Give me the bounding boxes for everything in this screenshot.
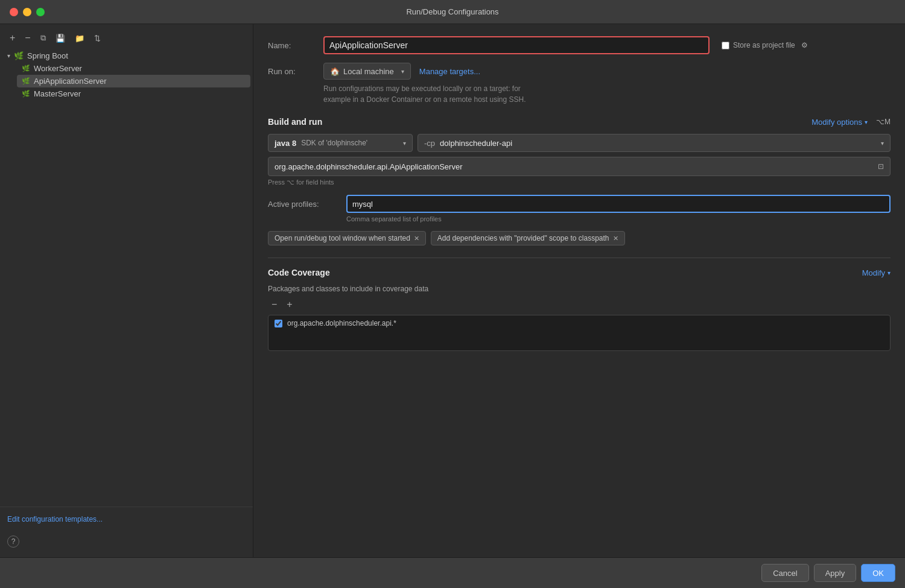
profiles-row: Active profiles: bbox=[268, 195, 891, 213]
dropdown-chevron-icon: ▾ bbox=[888, 270, 891, 276]
local-machine-label: Local machine bbox=[343, 67, 394, 76]
modify-options-shortcut: ⌥M bbox=[876, 118, 891, 126]
java-sdk-detail: SDK of 'dolphinsche' bbox=[301, 139, 367, 147]
java-sdk-label: java 8 bbox=[275, 139, 296, 148]
coverage-add-button[interactable]: + bbox=[283, 298, 296, 311]
coverage-toolbar: − + bbox=[268, 298, 891, 311]
minimize-button[interactable] bbox=[23, 8, 31, 16]
spring-item-icon: 🌿 bbox=[22, 77, 30, 85]
tree-children: 🌿 WorkerServer 🌿 ApiApplicationServer 🌿 … bbox=[2, 62, 250, 100]
profiles-label: Active profiles: bbox=[268, 200, 346, 209]
name-row: Name: Store as project file ⚙ bbox=[268, 36, 891, 54]
field-hint: Press ⌥ for field hints bbox=[268, 179, 891, 186]
tag-label: Add dependencies with "provided" scope t… bbox=[437, 234, 609, 242]
store-project-label: Store as project file bbox=[733, 41, 795, 49]
tree-item-worker-server[interactable]: 🌿 WorkerServer bbox=[17, 62, 250, 75]
coverage-section: Code Coverage Modify ▾ Packages and clas… bbox=[268, 268, 891, 351]
store-project-checkbox[interactable] bbox=[722, 42, 729, 49]
remove-config-button[interactable]: − bbox=[22, 31, 33, 45]
tree-section: ▾ 🌿 Spring Boot 🌿 WorkerServer 🌿 ApiAppl… bbox=[0, 49, 253, 507]
cancel-button[interactable]: Cancel bbox=[761, 564, 808, 582]
store-project-gear-icon: ⚙ bbox=[801, 41, 808, 49]
tree-item-master-server[interactable]: 🌿 MasterServer bbox=[17, 87, 250, 100]
close-button[interactable] bbox=[10, 8, 18, 16]
tree-item-api-server[interactable]: 🌿 ApiApplicationServer bbox=[17, 75, 250, 87]
sidebar: + − ⧉ 💾 📁 ⇅ ▾ 🌿 Spring Boot 🌿 WorkerServ… bbox=[0, 24, 253, 557]
tag-dependencies: Add dependencies with "provided" scope t… bbox=[431, 231, 625, 245]
tree-group-spring-boot[interactable]: ▾ 🌿 Spring Boot bbox=[2, 49, 250, 62]
name-label: Name: bbox=[268, 41, 316, 50]
coverage-item-checkbox[interactable] bbox=[275, 320, 282, 327]
build-run-section: Build and run Modify options ▾ ⌥M java 8… bbox=[268, 117, 891, 245]
sidebar-bottom: ? bbox=[0, 531, 253, 552]
edit-templates-link[interactable]: Edit configuration templates... bbox=[7, 515, 103, 523]
spring-boot-icon: 🌿 bbox=[14, 51, 24, 60]
manage-targets-link[interactable]: Manage targets... bbox=[419, 67, 480, 76]
tag-tool-window: Open run/debug tool window when started … bbox=[268, 231, 426, 245]
coverage-header: Code Coverage Modify ▾ bbox=[268, 268, 891, 277]
local-machine-dropdown[interactable]: 🏠 Local machine ▾ bbox=[323, 63, 411, 80]
chevron-down-icon: ▾ bbox=[7, 52, 10, 59]
info-text: Run configurations may be executed local… bbox=[323, 83, 891, 105]
dialog-title: Run/Debug Configurations bbox=[406, 7, 498, 16]
tags-row: Open run/debug tool window when started … bbox=[268, 231, 891, 245]
build-run-title: Build and run bbox=[268, 117, 322, 127]
save-config-button[interactable]: 💾 bbox=[53, 33, 68, 44]
tree-item-label: WorkerServer bbox=[34, 64, 82, 73]
sidebar-toolbar: + − ⧉ 💾 📁 ⇅ bbox=[0, 29, 253, 49]
dropdown-chevron-icon: ▾ bbox=[881, 140, 884, 147]
tree-item-label: ApiApplicationServer bbox=[34, 77, 107, 86]
cp-flag-label: -cp bbox=[424, 139, 435, 148]
cp-dropdown[interactable]: -cp dolphinscheduler-api ▾ bbox=[418, 134, 891, 152]
separator bbox=[268, 258, 891, 258]
maximize-button[interactable] bbox=[36, 8, 45, 16]
profiles-hint: Comma separated list of profiles bbox=[346, 215, 891, 223]
help-button[interactable]: ? bbox=[7, 536, 19, 548]
packages-label: Packages and classes to include in cover… bbox=[268, 285, 891, 293]
main-class-row: org.apache.dolphinscheduler.api.ApiAppli… bbox=[268, 157, 891, 176]
modify-options-button[interactable]: Modify options ▾ bbox=[811, 118, 868, 127]
content-area: Name: Store as project file ⚙ Run on: 🏠 … bbox=[253, 24, 905, 557]
modify-coverage-button[interactable]: Modify ▾ bbox=[862, 268, 891, 277]
apply-button[interactable]: Apply bbox=[814, 564, 857, 582]
sort-config-button[interactable]: ⇅ bbox=[92, 33, 103, 44]
tag-label: Open run/debug tool window when started bbox=[275, 234, 410, 242]
tree-item-label: MasterServer bbox=[34, 89, 81, 98]
dropdown-chevron-icon: ▾ bbox=[403, 140, 406, 147]
modify-coverage-label: Modify bbox=[862, 268, 885, 277]
cp-value-label: dolphinscheduler-api bbox=[440, 139, 512, 148]
folder-config-button[interactable]: 📁 bbox=[72, 33, 87, 44]
title-bar: Run/Debug Configurations bbox=[0, 0, 905, 24]
run-on-label: Run on: bbox=[268, 67, 316, 76]
run-on-row: Run on: 🏠 Local machine ▾ Manage targets… bbox=[268, 63, 891, 80]
java-sdk-dropdown[interactable]: java 8 SDK of 'dolphinsche' ▾ bbox=[268, 134, 413, 152]
dropdown-chevron-icon: ▾ bbox=[865, 119, 868, 125]
sidebar-footer: Edit configuration templates... bbox=[0, 507, 253, 531]
spring-item-icon: 🌿 bbox=[22, 65, 30, 72]
expand-icon[interactable]: ⊡ bbox=[878, 162, 884, 171]
copy-config-button[interactable]: ⧉ bbox=[38, 32, 48, 44]
spring-item-icon: 🌿 bbox=[22, 90, 30, 98]
dropdown-chevron-icon: ▾ bbox=[401, 68, 404, 75]
build-run-header: Build and run Modify options ▾ ⌥M bbox=[268, 117, 891, 127]
profiles-input[interactable] bbox=[346, 195, 891, 213]
ok-button[interactable]: OK bbox=[861, 564, 895, 582]
main-layout: + − ⧉ 💾 📁 ⇅ ▾ 🌿 Spring Boot 🌿 WorkerServ… bbox=[0, 24, 905, 557]
modify-options-label: Modify options bbox=[811, 118, 862, 127]
main-class-text: org.apache.dolphinscheduler.api.ApiAppli… bbox=[275, 162, 878, 171]
coverage-list: org.apache.dolphinscheduler.api.* bbox=[268, 315, 891, 351]
tree-group-label: Spring Boot bbox=[27, 51, 68, 60]
coverage-item: org.apache.dolphinscheduler.api.* bbox=[275, 319, 884, 327]
build-run-row: java 8 SDK of 'dolphinsche' ▾ -cp dolphi… bbox=[268, 134, 891, 152]
home-icon: 🏠 bbox=[330, 67, 340, 76]
name-input[interactable] bbox=[323, 36, 710, 54]
dialog-footer: Cancel Apply OK bbox=[0, 557, 905, 588]
tag-close-icon[interactable]: ✕ bbox=[414, 235, 419, 242]
coverage-title: Code Coverage bbox=[268, 268, 330, 277]
coverage-remove-button[interactable]: − bbox=[268, 298, 281, 311]
coverage-item-label: org.apache.dolphinscheduler.api.* bbox=[287, 319, 396, 327]
store-project-row: Store as project file ⚙ bbox=[722, 41, 808, 49]
tag-close-icon[interactable]: ✕ bbox=[613, 235, 618, 242]
add-config-button[interactable]: + bbox=[7, 31, 17, 45]
window-controls bbox=[10, 8, 45, 16]
